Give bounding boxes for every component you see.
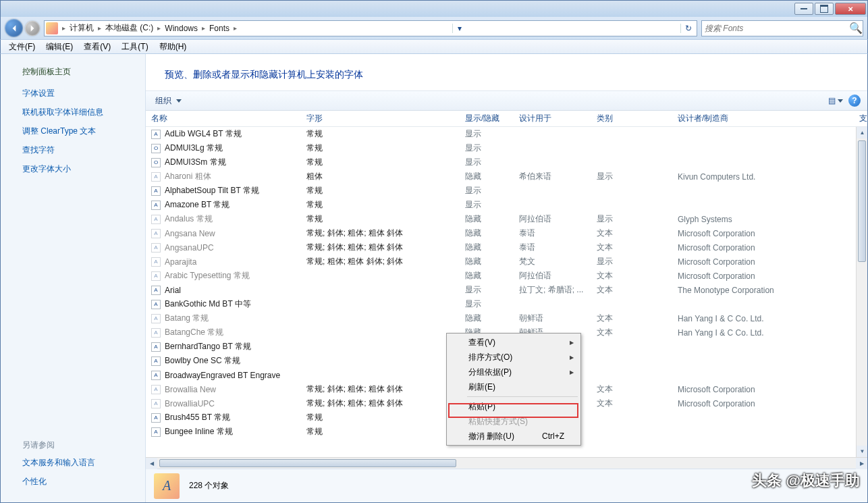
font-icon: A xyxy=(151,300,161,309)
ctx-sort[interactable]: 排序方式(O) xyxy=(448,350,579,365)
view-button[interactable]: ▤ xyxy=(830,95,842,106)
menu-file[interactable]: 文件(F) xyxy=(3,40,40,54)
maximize-button[interactable] xyxy=(815,3,834,15)
ctx-refresh[interactable]: 刷新(E) xyxy=(448,379,579,394)
breadcrumb-computer[interactable]: 计算机 xyxy=(67,22,97,34)
font-row[interactable]: AAparajita常规; 粗体; 粗体 斜体; 斜体隐藏梵文显示Microso… xyxy=(146,255,867,269)
font-row[interactable]: AAharoni 粗体粗体隐藏希伯来语显示Kivun Computers Ltd… xyxy=(146,169,867,184)
sidebar-link[interactable]: 调整 ClearType 文本 xyxy=(22,125,133,137)
font-icon: A xyxy=(151,342,161,352)
minimize-button[interactable] xyxy=(794,3,813,15)
seealso-label: 另请参阅 xyxy=(22,440,133,451)
font-row[interactable]: AArabic Typesetting 常规隐藏阿拉伯语文本Microsoft … xyxy=(146,269,867,283)
help-button[interactable]: ? xyxy=(848,95,861,107)
horizontal-scrollbar[interactable]: ◀ ▶ xyxy=(146,457,867,469)
chevron-down-icon xyxy=(176,99,182,103)
page-heading: 预览、删除或者显示和隐藏计算机上安装的字体 xyxy=(146,54,867,90)
scroll-thumb[interactable] xyxy=(159,459,456,467)
ctx-view[interactable]: 查看(V) xyxy=(448,335,579,350)
sidebar-link[interactable]: 联机获取字体详细信息 xyxy=(22,106,133,118)
font-icon: A xyxy=(151,356,161,366)
main-panel: 预览、删除或者显示和隐藏计算机上安装的字体 组织 ▤ ? 名称 字形 显示/隐藏… xyxy=(146,54,867,502)
col-ext[interactable]: 支 xyxy=(854,113,867,124)
col-style[interactable]: 字形 xyxy=(301,113,460,124)
sidebar-link[interactable]: 文本服务和输入语言 xyxy=(22,456,133,469)
breadcrumb-fonts[interactable]: Fonts xyxy=(207,24,232,33)
scroll-left-button[interactable]: ◀ xyxy=(146,458,157,469)
font-row[interactable]: AArial显示拉丁文; 希腊语; ...文本The Monotype Corp… xyxy=(146,283,867,297)
breadcrumb-drive[interactable]: 本地磁盘 (C:) xyxy=(103,22,156,34)
breadcrumb-windows[interactable]: Windows xyxy=(162,24,200,33)
font-icon: A xyxy=(151,328,161,338)
chevron-right-icon[interactable]: ▸ xyxy=(232,24,238,32)
chevron-right-icon[interactable]: ▸ xyxy=(97,24,103,32)
vertical-scrollbar[interactable]: ▲ ▼ xyxy=(856,127,867,457)
font-icon: A xyxy=(151,371,161,380)
font-icon: A xyxy=(151,201,161,210)
font-icon: A xyxy=(151,186,161,196)
font-row[interactable]: ABankGothic Md BT 中等显示打 xyxy=(146,297,867,311)
watermark: 头条 @极速手助 xyxy=(752,471,860,491)
ctx-paste[interactable]: 粘贴(P) xyxy=(448,399,579,414)
font-row[interactable]: AAmazone BT 常规常规显示打 xyxy=(146,198,867,212)
sidebar-home[interactable]: 控制面板主页 xyxy=(22,66,133,78)
font-icon: O xyxy=(151,158,161,167)
font-icon: A xyxy=(151,243,161,253)
sidebar-link[interactable]: 查找字符 xyxy=(22,144,133,156)
menu-help[interactable]: 帮助(H) xyxy=(154,40,192,54)
font-icon: A xyxy=(151,314,161,323)
font-row[interactable]: AAdLib WGL4 BT 常规常规显示可 xyxy=(146,127,867,141)
font-icon: A xyxy=(151,413,161,423)
sidebar: 控制面板主页 字体设置 联机获取字体详细信息 调整 ClearType 文本 查… xyxy=(1,54,146,502)
context-menu: 查看(V) 排序方式(O) 分组依据(P) 刷新(E) 粘贴(P) 粘贴快捷方式… xyxy=(446,333,581,446)
font-row[interactable]: AAndalus 常规常规隐藏阿拉伯语显示Glyph Systems可 xyxy=(146,212,867,226)
font-row[interactable]: AAngsanaUPC常规; 斜体; 粗体; 粗体 斜体隐藏泰语文本Micros… xyxy=(146,240,867,255)
font-row[interactable]: ABatang 常规隐藏朝鲜语文本Han Yang I & C Co. Ltd.… xyxy=(146,311,867,325)
font-icon: A xyxy=(151,271,161,281)
font-icon: A xyxy=(151,385,161,394)
folder-icon xyxy=(46,22,58,34)
chevron-right-icon[interactable]: ▸ xyxy=(61,24,67,32)
menu-tools[interactable]: 工具(T) xyxy=(116,40,153,54)
scroll-right-button[interactable]: ▶ xyxy=(856,458,867,469)
back-button[interactable] xyxy=(5,19,23,37)
address-dropdown[interactable]: ▾ xyxy=(452,24,467,33)
font-row[interactable]: AAlphabetSoup Tilt BT 常规常规显示打 xyxy=(146,184,867,198)
col-cat[interactable]: 类别 xyxy=(591,113,672,124)
font-icon: A xyxy=(151,215,161,224)
forward-button[interactable] xyxy=(25,21,40,36)
ctx-group[interactable]: 分组依据(P) xyxy=(448,365,579,379)
organize-button[interactable]: 组织 xyxy=(153,94,184,108)
menu-bar: 文件(F) 编辑(E) 查看(V) 工具(T) 帮助(H) xyxy=(0,39,868,54)
column-headers: 名称 字形 显示/隐藏 设计用于 类别 设计者/制造商 支 xyxy=(146,111,867,127)
scroll-thumb[interactable] xyxy=(858,140,866,262)
sidebar-link[interactable]: 字体设置 xyxy=(22,87,133,99)
font-row[interactable]: OADMUI3Sm 常规常规显示可 xyxy=(146,155,867,169)
close-button[interactable] xyxy=(835,3,866,15)
sidebar-link[interactable]: 更改字体大小 xyxy=(22,163,133,175)
menu-edit[interactable]: 编辑(E) xyxy=(40,40,78,54)
col-name[interactable]: 名称 xyxy=(146,113,301,124)
address-bar[interactable]: ▸ 计算机 ▸ 本地磁盘 (C:) ▸ Windows ▸ Fonts ▸ ▾ … xyxy=(44,20,697,36)
col-maker[interactable]: 设计者/制造商 xyxy=(672,113,854,124)
col-for[interactable]: 设计用于 xyxy=(514,113,591,124)
sidebar-seealso: 另请参阅 文本服务和输入语言 个性化 xyxy=(22,440,133,494)
scroll-up-button[interactable]: ▲ xyxy=(857,127,867,138)
status-count: 228 个对象 xyxy=(189,480,229,492)
search-input[interactable] xyxy=(705,24,849,33)
navigation-bar: ▸ 计算机 ▸ 本地磁盘 (C:) ▸ Windows ▸ Fonts ▸ ▾ … xyxy=(0,17,868,39)
search-icon[interactable]: 🔍 xyxy=(849,22,860,34)
search-box[interactable]: 🔍 xyxy=(701,20,863,36)
ctx-undo[interactable]: 撤消 删除(U)Ctrl+Z xyxy=(448,429,579,444)
titlebar xyxy=(0,0,868,17)
refresh-button[interactable]: ↻ xyxy=(680,24,695,33)
sidebar-link[interactable]: 个性化 xyxy=(22,475,133,487)
font-row[interactable]: OADMUI3Lg 常规常规显示可 xyxy=(146,141,867,155)
menu-view[interactable]: 查看(V) xyxy=(78,40,116,54)
chevron-right-icon[interactable]: ▸ xyxy=(156,24,162,32)
font-icon: A xyxy=(151,229,161,238)
chevron-right-icon[interactable]: ▸ xyxy=(200,24,207,32)
font-row[interactable]: AAngsana New常规; 斜体; 粗体; 粗体 斜体隐藏泰语文本Micro… xyxy=(146,226,867,240)
scroll-down-button[interactable]: ▼ xyxy=(857,446,867,457)
col-show[interactable]: 显示/隐藏 xyxy=(460,113,514,124)
